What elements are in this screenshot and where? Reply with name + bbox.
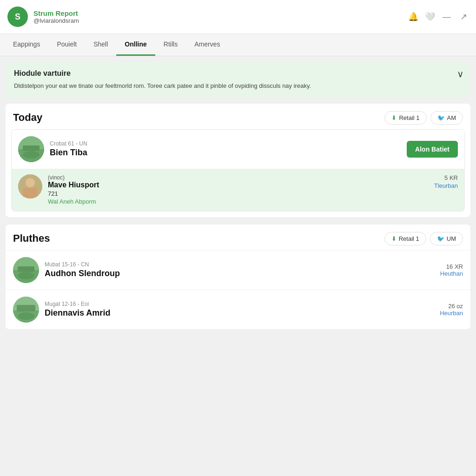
event-name-bien-tiba: Bien Tiba — [50, 148, 87, 158]
um-button[interactable]: 🐦 UM — [430, 232, 463, 245]
section-pluthes-header: Pluthes ⬇ Retail 1 🐦 UM — [6, 225, 470, 250]
tab-eappings[interactable]: Eappings — [5, 34, 48, 56]
header-info: Strum Report @lviaralondsram — [33, 9, 79, 24]
sub-event-link-mave[interactable]: Wal Aneh Abporm — [48, 198, 96, 205]
event-status-diennavis: Heurban — [440, 310, 463, 317]
svg-rect-10 — [13, 270, 39, 283]
heart-icon[interactable]: 🤍 — [425, 12, 435, 22]
event-name-diennavis: Diennavis Amrid — [45, 308, 110, 318]
tab-shell[interactable]: Shell — [85, 34, 116, 56]
event-info-bien-tiba: Crobat 61 - UN Bien Tiba — [50, 140, 87, 158]
download-icon: ⬇ — [391, 114, 397, 121]
twitter-icon-pluthes: 🐦 — [437, 235, 444, 242]
event-row-left-diennavis: Mugat 12-16 - Eoi Diennavis Amrid — [13, 297, 110, 323]
event-meta-bien-tiba: Crobat 61 - UN — [50, 140, 87, 147]
event-info-diennavis: Mugat 12-16 - Eoi Diennavis Amrid — [45, 301, 110, 318]
retail1-label-pluthes: Retail 1 — [399, 235, 419, 242]
tabs-bar: Eappings Pouielt Shell Onlline Rtills Am… — [0, 34, 476, 56]
sub-event-right-mave: 5 KR Tleurban — [434, 174, 458, 189]
sub-event-mave: (vinoc) Mave Hiusport 721 Wal Aneh Abpor… — [12, 169, 464, 211]
tab-rtills[interactable]: Rtills — [155, 34, 186, 56]
event-count-audhon: 16 XR — [440, 263, 463, 270]
tab-amerves[interactable]: Amerves — [186, 34, 228, 56]
sub-event-status-mave: Tleurban — [434, 182, 458, 189]
event-main-bien-tiba: Crobat 61 - UN Bien Tiba Alon Batiet — [12, 130, 464, 169]
menu-icon[interactable]: — — [442, 12, 452, 22]
sub-event-thumb-mave — [18, 174, 42, 198]
sub-event-name-mave: Mave Hiusport — [48, 181, 429, 189]
header-subtitle: @lviaralondsram — [33, 17, 79, 24]
bell-icon[interactable]: 🔔 — [408, 12, 418, 22]
section-today: Today ⬇ Retail 1 🐦 AM — [6, 104, 470, 217]
event-card-bien-tiba: Crobat 61 - UN Bien Tiba Alon Batiet (vi — [11, 129, 465, 212]
module-banner: Hiodule vartuire Dldistelpon your eat we… — [6, 62, 470, 98]
header-left: S Strum Report @lviaralondsram — [7, 7, 79, 27]
section-today-title: Today — [13, 112, 42, 124]
sub-event-info-mave: (vinoc) Mave Hiusport 721 Wal Aneh Abpor… — [48, 174, 429, 205]
section-today-actions: ⬇ Retail 1 🐦 AM — [384, 111, 463, 125]
am-button[interactable]: 🐦 AM — [430, 111, 463, 125]
twitter-icon-today: 🐦 — [437, 114, 445, 121]
event-row-right-audhon: 16 XR Heuthan — [440, 263, 463, 277]
svg-rect-14 — [13, 311, 39, 323]
event-name-audhon: Audhon Slendroup — [45, 269, 120, 278]
event-left-bien-tiba: Crobat 61 - UN Bien Tiba — [18, 136, 87, 162]
module-banner-text: Dldistelpon your eat we tinate our feelt… — [14, 81, 462, 91]
share-icon[interactable]: ↗ — [458, 12, 469, 22]
section-today-header: Today ⬇ Retail 1 🐦 AM — [6, 104, 470, 129]
section-pluthes-actions: ⬇ Retail 1 🐦 UM — [384, 232, 463, 245]
event-thumb-diennavis — [13, 297, 39, 323]
section-pluthes-title: Pluthes — [13, 232, 50, 245]
sub-event-num-mave: 721 — [48, 190, 429, 197]
section-pluthes: Pluthes ⬇ Retail 1 🐦 UM — [6, 225, 470, 329]
event-row-left-audhon: Mubat 15-16 - CN Audhon Slendroup — [13, 257, 120, 283]
header: S Strum Report @lviaralondsram 🔔 🤍 — ↗ — [0, 0, 476, 34]
sub-event-count-mave: 5 KR — [434, 174, 458, 181]
svg-point-5 — [26, 178, 35, 187]
event-count-diennavis: 26 oz — [440, 303, 463, 310]
event-thumb-audhon — [13, 257, 39, 283]
svg-rect-6 — [23, 188, 38, 198]
sub-event-tag-mave: (vinoc) — [48, 174, 429, 181]
retail1-button-pluthes[interactable]: ⬇ Retail 1 — [384, 232, 426, 245]
header-icons: 🔔 🤍 — ↗ — [408, 12, 469, 22]
retail1-button-today[interactable]: ⬇ Retail 1 — [384, 111, 426, 125]
event-info-audhon: Mubat 15-16 - CN Audhon Slendroup — [45, 261, 120, 278]
header-title: Strum Report — [33, 9, 79, 17]
tab-pouielt[interactable]: Pouielt — [48, 34, 85, 56]
event-row-right-diennavis: 26 oz Heurban — [440, 303, 463, 317]
um-label: UM — [447, 235, 456, 242]
event-status-audhon: Heuthan — [440, 270, 463, 277]
event-meta-diennavis: Mugat 12-16 - Eoi — [45, 301, 110, 307]
retail1-label-today: Retail 1 — [399, 114, 419, 121]
event-meta-audhon: Mubat 15-16 - CN — [45, 261, 120, 268]
download-icon-pluthes: ⬇ — [391, 235, 397, 242]
module-banner-title: Hiodule vartuire — [14, 69, 462, 78]
event-thumb-bien-tiba — [18, 136, 44, 162]
am-label: AM — [447, 114, 456, 121]
tab-onlline[interactable]: Onlline — [116, 34, 155, 56]
event-row-diennavis: Mugat 12-16 - Eoi Diennavis Amrid 26 oz … — [6, 290, 470, 329]
event-row-audhon: Mubat 15-16 - CN Audhon Slendroup 16 XR … — [6, 250, 470, 290]
avatar[interactable]: S — [7, 7, 28, 27]
svg-rect-13 — [17, 305, 35, 311]
svg-rect-3 — [18, 149, 44, 162]
alon-batiet-button[interactable]: Alon Batiet — [407, 141, 458, 158]
main-content: Hiodule vartuire Dldistelpon your eat we… — [0, 62, 476, 348]
module-banner-toggle[interactable]: ∨ — [457, 68, 464, 79]
